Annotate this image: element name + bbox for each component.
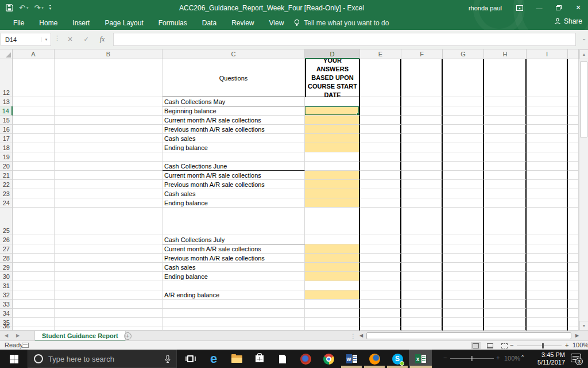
cell-E16[interactable] xyxy=(360,125,401,134)
cell-I35[interactable] xyxy=(527,318,568,327)
cell-H27[interactable] xyxy=(484,244,527,254)
cell-C29[interactable]: Cash sales xyxy=(163,263,305,272)
column-header-E[interactable]: E xyxy=(360,49,401,59)
cell-G22[interactable] xyxy=(443,180,484,189)
cell-J35[interactable] xyxy=(568,318,579,327)
cell-G35[interactable] xyxy=(443,318,484,327)
row-header-30[interactable]: 30 xyxy=(0,272,13,281)
row-header-28[interactable]: 28 xyxy=(0,254,13,263)
cell-G30[interactable] xyxy=(443,272,484,281)
cell-C12[interactable]: Questions xyxy=(163,59,305,97)
cell-A13[interactable] xyxy=(13,97,55,106)
cell-F30[interactable] xyxy=(401,272,443,281)
cell-B21[interactable] xyxy=(55,171,163,180)
cell-E34[interactable] xyxy=(360,309,401,318)
cell-I22[interactable] xyxy=(527,180,568,189)
select-all-corner[interactable] xyxy=(0,49,13,59)
cell-C16[interactable]: Previous month A/R sale collections xyxy=(163,125,305,134)
cell-A15[interactable] xyxy=(13,116,55,125)
restore-button[interactable] xyxy=(549,0,568,16)
next-sheet-icon[interactable]: ▶ xyxy=(16,333,20,338)
cell-E35[interactable] xyxy=(360,318,401,327)
insert-function-button[interactable]: fx xyxy=(95,33,109,46)
cell-D20[interactable] xyxy=(305,162,360,171)
cancel-entry-button[interactable]: ✕ xyxy=(63,33,77,46)
cell-J23[interactable] xyxy=(568,189,579,198)
cell-I12[interactable] xyxy=(527,59,568,97)
scroll-up-icon[interactable]: ▲ xyxy=(579,49,588,59)
ribbon-tab-view[interactable]: View xyxy=(262,17,292,29)
cell-A14[interactable] xyxy=(13,106,55,116)
cell-F27[interactable] xyxy=(401,244,443,254)
cell-C34[interactable] xyxy=(163,309,305,318)
cell-F22[interactable] xyxy=(401,180,443,189)
cell-D28[interactable] xyxy=(305,254,360,263)
cell-H22[interactable] xyxy=(484,180,527,189)
cell-F20[interactable] xyxy=(401,162,443,171)
cell-B16[interactable] xyxy=(55,125,163,134)
zoom-in-button[interactable]: + xyxy=(565,342,568,348)
cell-B28[interactable] xyxy=(55,254,163,263)
row-header-12[interactable]: 12 xyxy=(0,59,13,97)
cell-J34[interactable] xyxy=(568,309,579,318)
cell-B27[interactable] xyxy=(55,244,163,254)
cell-D24[interactable] xyxy=(305,198,360,208)
cell-A34[interactable] xyxy=(13,309,55,318)
cell-B34[interactable] xyxy=(55,309,163,318)
cell-A24[interactable] xyxy=(13,198,55,208)
cell-D27[interactable] xyxy=(305,244,360,254)
cell-A25[interactable] xyxy=(13,208,55,235)
previous-sheet-icon[interactable]: ◀ xyxy=(5,333,8,338)
cell-H16[interactable] xyxy=(484,125,527,134)
cell-J19[interactable] xyxy=(568,152,579,162)
undo-button[interactable]: ↶▾ xyxy=(19,4,28,12)
cell-C14[interactable]: Beginning balance xyxy=(163,106,305,116)
cell-G33[interactable] xyxy=(443,300,484,309)
cell-A17[interactable] xyxy=(13,134,55,143)
cell-A22[interactable] xyxy=(13,180,55,189)
cell-B22[interactable] xyxy=(55,180,163,189)
cell-G25[interactable] xyxy=(443,208,484,235)
cell-E30[interactable] xyxy=(360,272,401,281)
cell-I24[interactable] xyxy=(527,198,568,208)
task-view-button[interactable] xyxy=(179,350,202,368)
cell-F33[interactable] xyxy=(401,300,443,309)
cell-D12[interactable]: YOUR ANSWERS BASED UPON COURSE START DAT… xyxy=(305,59,360,97)
cell-F16[interactable] xyxy=(401,125,443,134)
cell-D14[interactable] xyxy=(305,106,360,116)
cell-G16[interactable] xyxy=(443,125,484,134)
cell-B30[interactable] xyxy=(55,272,163,281)
cell-E29[interactable] xyxy=(360,263,401,272)
taskbar-clock[interactable]: 3:45 PM 5/11/2017 xyxy=(529,351,565,366)
minimize-button[interactable]: — xyxy=(529,0,549,16)
cell-E23[interactable] xyxy=(360,189,401,198)
cell-J31[interactable] xyxy=(568,281,579,290)
cell-I31[interactable] xyxy=(527,281,568,290)
cell-D33[interactable] xyxy=(305,300,360,309)
cell-J20[interactable] xyxy=(568,162,579,171)
name-box-dropdown-icon[interactable]: ▾ xyxy=(41,37,51,42)
cell-H17[interactable] xyxy=(484,134,527,143)
cell-I21[interactable] xyxy=(527,171,568,180)
column-header-H[interactable]: H xyxy=(484,49,527,59)
cell-H24[interactable] xyxy=(484,198,527,208)
column-header-G[interactable]: G xyxy=(443,49,484,59)
cell-A26[interactable] xyxy=(13,235,55,244)
cell-A27[interactable] xyxy=(13,244,55,254)
file-explorer-button[interactable] xyxy=(225,350,248,368)
cell-F31[interactable] xyxy=(401,281,443,290)
row-header-31[interactable]: 31 xyxy=(0,281,13,290)
cell-C26[interactable]: Cash Collections July xyxy=(163,235,305,244)
cell-J32[interactable] xyxy=(568,290,579,300)
cell-D13[interactable] xyxy=(305,97,360,106)
vertical-scroll-thumb[interactable] xyxy=(580,62,587,137)
cell-D16[interactable] xyxy=(305,125,360,134)
cell-C15[interactable]: Current month A/R sale collections xyxy=(163,116,305,125)
scroll-down-icon[interactable]: ▼ xyxy=(579,321,588,331)
cell-I19[interactable] xyxy=(527,152,568,162)
cell-A32[interactable] xyxy=(13,290,55,300)
cell-E25[interactable] xyxy=(360,208,401,235)
cell-H25[interactable] xyxy=(484,208,527,235)
cell-E21[interactable] xyxy=(360,171,401,180)
macro-record-icon[interactable] xyxy=(22,343,29,348)
